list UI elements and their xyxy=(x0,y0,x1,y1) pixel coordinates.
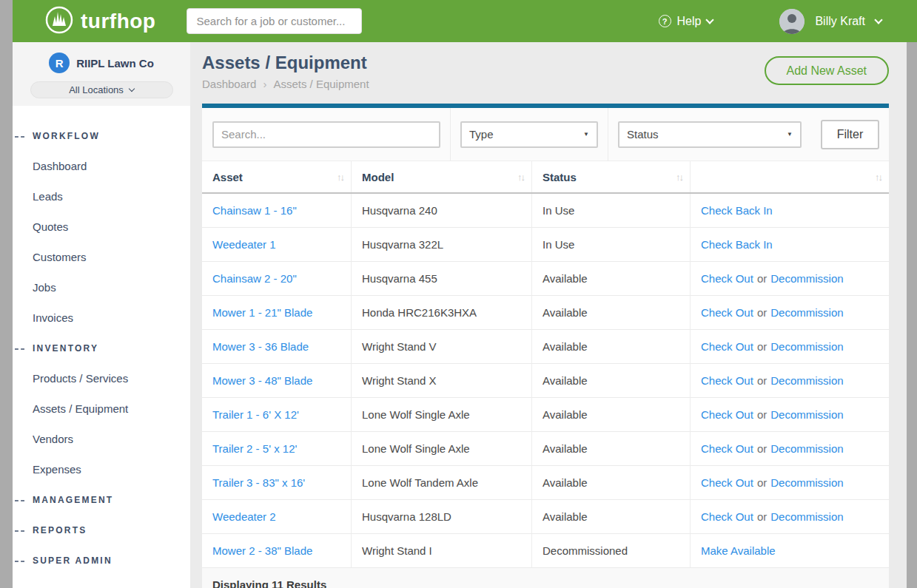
brand-logo[interactable]: turfhop xyxy=(44,5,155,38)
model-cell: Wright Stand X xyxy=(352,364,532,397)
section-label: MANAGEMENT xyxy=(33,495,113,505)
window-edge-left xyxy=(0,0,13,588)
action-link-primary[interactable]: Check Out xyxy=(701,442,753,455)
action-link-primary[interactable]: Check Back In xyxy=(701,238,773,251)
sidebar-section-reports[interactable]: REPORTS xyxy=(13,515,190,545)
action-link-primary[interactable]: Check Out xyxy=(701,408,753,421)
action-link-secondary[interactable]: Decommission xyxy=(770,408,843,421)
action-link-secondary[interactable]: Decommission xyxy=(770,340,843,353)
action-link-secondary[interactable]: Decommission xyxy=(770,374,843,387)
user-chevron-down-icon[interactable] xyxy=(874,16,882,24)
breadcrumb-current: Assets / Equipment xyxy=(273,78,369,90)
model-cell: Lone Wolf Single Axle xyxy=(352,398,532,431)
column-header-actions[interactable]: ↑↓ xyxy=(691,161,889,192)
company-name: RIIPL Lawn Co xyxy=(76,57,154,70)
location-selector[interactable]: All Locations xyxy=(30,81,173,98)
column-header-asset[interactable]: Asset ↑↓ xyxy=(202,161,352,192)
section-dash-icon xyxy=(15,136,24,138)
help-menu[interactable]: ? Help xyxy=(659,15,713,28)
user-avatar[interactable] xyxy=(779,9,805,34)
asset-link[interactable]: Trailer 1 - 6' X 12' xyxy=(212,408,299,421)
action-link-primary[interactable]: Check Out xyxy=(701,340,753,353)
asset-link[interactable]: Weedeater 1 xyxy=(212,238,276,251)
company-logo-badge: R xyxy=(49,53,70,73)
action-link-primary[interactable]: Check Out xyxy=(701,374,753,387)
section-label: SUPER ADMIN xyxy=(33,555,112,566)
section-dash-icon xyxy=(15,530,24,532)
section-label: REPORTS xyxy=(33,525,87,535)
asset-link[interactable]: Weedeater 2 xyxy=(212,510,276,523)
asset-link[interactable]: Mower 1 - 21" Blade xyxy=(212,306,312,319)
action-link-secondary[interactable]: Decommission xyxy=(770,272,843,285)
sort-icon[interactable]: ↑↓ xyxy=(875,172,881,183)
action-link-primary[interactable]: Check Out xyxy=(701,272,753,285)
sidebar-item-leads[interactable]: Leads xyxy=(13,181,190,212)
model-cell: Husqvarna 240 xyxy=(352,194,532,227)
type-select[interactable]: Type ▼ xyxy=(460,121,598,148)
sidebar-item-invoices[interactable]: Invoices xyxy=(13,303,190,333)
model-cell: Husqvarna 128LD xyxy=(352,500,532,533)
sort-icon[interactable]: ↑↓ xyxy=(337,172,343,183)
action-separator: or xyxy=(757,340,767,353)
sidebar-item-assets-equipment[interactable]: Assets / Equipment xyxy=(13,393,190,424)
model-cell: Honda HRC216K3HXA xyxy=(352,296,532,329)
asset-link[interactable]: Chainsaw 2 - 20" xyxy=(212,272,297,285)
column-label: Asset xyxy=(212,171,243,183)
sort-icon[interactable]: ↑↓ xyxy=(676,172,682,183)
action-link-primary[interactable]: Check Out xyxy=(701,510,753,523)
column-header-status[interactable]: Status ↑↓ xyxy=(532,161,691,192)
sidebar-section-workflow[interactable]: WORKFLOW xyxy=(13,121,190,151)
sidebar-section-inventory[interactable]: INVENTORY xyxy=(13,333,190,363)
section-label: INVENTORY xyxy=(33,343,98,354)
global-search-input[interactable] xyxy=(187,8,362,34)
table-row: Chainsaw 2 - 20" Husqvarna 455 Available… xyxy=(202,262,889,296)
sidebar-item-quotes[interactable]: Quotes xyxy=(13,212,190,242)
location-chevron-down-icon xyxy=(129,86,135,92)
location-selector-label: All Locations xyxy=(69,84,124,95)
status-select[interactable]: Status ▼ xyxy=(618,121,802,148)
column-header-model[interactable]: Model ↑↓ xyxy=(352,161,532,192)
section-dash-icon xyxy=(15,561,24,562)
assets-panel: Type ▼ Status ▼ Filter Asset ↑↓ Model ↑↓… xyxy=(202,104,889,588)
status-cell: Available xyxy=(532,500,691,533)
action-link-primary[interactable]: Check Out xyxy=(701,306,753,319)
asset-link[interactable]: Trailer 2 - 5' x 12' xyxy=(212,442,297,455)
breadcrumb-dashboard[interactable]: Dashboard xyxy=(202,78,256,90)
action-link-primary[interactable]: Check Out xyxy=(701,476,753,489)
type-select-value: Type xyxy=(469,128,494,141)
asset-link[interactable]: Chainsaw 1 - 16" xyxy=(212,204,297,217)
sidebar-item-jobs[interactable]: Jobs xyxy=(13,272,190,303)
action-separator: or xyxy=(757,306,767,319)
breadcrumb: Dashboard › Assets / Equipment xyxy=(202,78,369,90)
table-row: Trailer 1 - 6' X 12' Lone Wolf Single Ax… xyxy=(202,398,889,432)
action-link-secondary[interactable]: Decommission xyxy=(770,306,843,319)
action-link-primary[interactable]: Make Available xyxy=(701,544,776,557)
table-row: Mower 3 - 48" Blade Wright Stand X Avail… xyxy=(202,364,889,398)
sidebar-item-vendors[interactable]: Vendors xyxy=(13,424,190,454)
sidebar-item-customers[interactable]: Customers xyxy=(13,242,190,272)
status-cell: Available xyxy=(532,432,691,465)
sidebar-item-expenses[interactable]: Expenses xyxy=(13,454,190,484)
action-separator: or xyxy=(757,510,767,523)
action-link-secondary[interactable]: Decommission xyxy=(770,510,843,523)
sidebar-section-management[interactable]: MANAGEMENT xyxy=(13,484,190,515)
scrollbar-track[interactable] xyxy=(907,42,917,588)
action-link-secondary[interactable]: Decommission xyxy=(770,442,843,455)
add-new-asset-button[interactable]: Add New Asset xyxy=(765,56,890,85)
sidebar-item-dashboard[interactable]: Dashboard xyxy=(13,151,190,181)
filter-divider xyxy=(608,108,608,161)
sort-icon[interactable]: ↑↓ xyxy=(517,172,524,183)
results-count: Displaying 11 Results xyxy=(202,568,889,588)
table-row: Chainsaw 1 - 16" Husqvarna 240 In Use Ch… xyxy=(202,194,889,228)
action-link-primary[interactable]: Check Back In xyxy=(701,204,773,217)
asset-link[interactable]: Mower 2 - 38" Blade xyxy=(212,544,312,557)
asset-link[interactable]: Trailer 3 - 83" x 16' xyxy=(212,476,305,489)
filter-button[interactable]: Filter xyxy=(821,120,879,149)
asset-link[interactable]: Mower 3 - 48" Blade xyxy=(212,374,312,387)
sidebar-company-block: R RIIPL Lawn Co All Locations xyxy=(13,42,190,106)
sidebar-item-products-services[interactable]: Products / Services xyxy=(13,363,190,393)
action-link-secondary[interactable]: Decommission xyxy=(770,476,843,489)
asset-link[interactable]: Mower 3 - 36 Blade xyxy=(212,340,309,353)
table-search-input[interactable] xyxy=(212,121,440,148)
sidebar-section-super-admin[interactable]: SUPER ADMIN xyxy=(13,545,190,575)
